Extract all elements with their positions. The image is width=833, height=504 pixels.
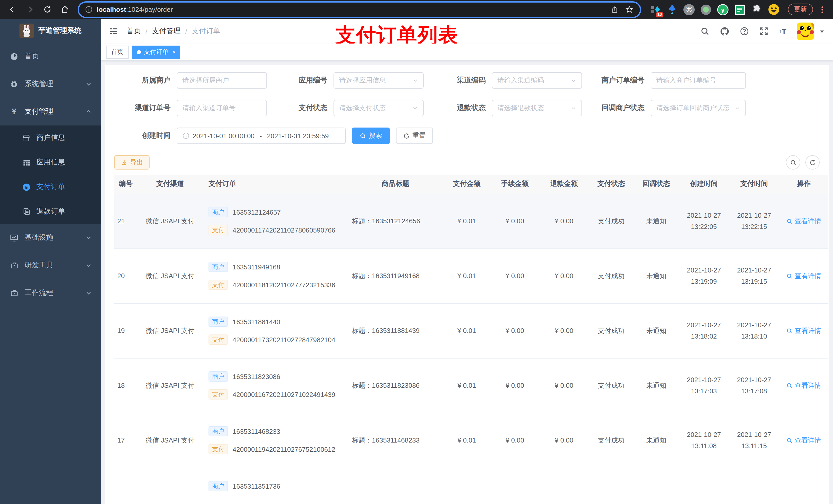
extension-kite-icon[interactable]: [666, 3, 678, 16]
extension-devtools-icon[interactable]: 10: [649, 3, 661, 16]
app-logo[interactable]: 芋道管理系统: [0, 19, 101, 43]
pay-amount: ¥ 0.01: [457, 436, 476, 444]
site-info-icon[interactable]: [85, 6, 93, 13]
tag-tab-pay-order[interactable]: 支付订单 ×: [132, 45, 181, 58]
sidebar-item-refund-order[interactable]: 退款订单: [0, 199, 101, 224]
url-text: localhost:1024/pay/order: [97, 6, 604, 13]
refresh-icon: [403, 133, 410, 139]
payment-submenu: 商户信息 应用信息 ¥ 支付订单: [0, 125, 101, 224]
refund-amount: ¥ 0.00: [555, 272, 573, 280]
notify-status: 未通知: [646, 381, 666, 389]
sidebar-item-dev-tools[interactable]: 研发工具: [0, 251, 101, 279]
github-icon[interactable]: [719, 26, 729, 36]
table-row: 20 微信 JSAPI 支付 商户 1635311949168 支付 42000…: [114, 248, 828, 303]
merchant-tag: 商户: [209, 371, 228, 382]
pay-time-cell: 2021-10-2713:19:15: [729, 248, 779, 303]
merchant-tag: 商户: [209, 262, 228, 272]
extensions-puzzle-icon[interactable]: [751, 3, 763, 16]
sidebar-item-pay-order[interactable]: ¥ 支付订单: [0, 175, 101, 199]
merchant-select[interactable]: 请选择所属商户: [177, 72, 267, 89]
pay-tag: 支付: [209, 444, 228, 454]
extension-badge: 10: [656, 12, 663, 17]
channel-order-no-input[interactable]: 请输入渠道订单号: [177, 100, 267, 116]
app-select[interactable]: 请选择应用信息: [334, 72, 424, 89]
sidebar-item-infrastructure[interactable]: 基础设施: [0, 224, 101, 251]
pay-channel: 微信 JSAPI 支付: [146, 381, 195, 389]
show-search-toggle-button[interactable]: [786, 155, 800, 170]
sidebar-item-app-info[interactable]: 应用信息: [0, 150, 101, 175]
user-avatar[interactable]: [796, 23, 814, 40]
pay-status-select[interactable]: 请选择支付状态: [334, 100, 424, 116]
briefcase-icon: [10, 289, 19, 297]
font-size-icon[interactable]: TT: [779, 27, 786, 35]
collapse-menu-icon[interactable]: [109, 27, 118, 36]
filter-label: 创建时间: [114, 131, 177, 140]
extension-command-icon[interactable]: ⌘: [683, 3, 695, 16]
fee-amount: ¥ 0.00: [506, 382, 524, 389]
view-detail-link[interactable]: 查看详情: [786, 326, 821, 335]
reset-button[interactable]: 重置: [396, 127, 433, 144]
bookmark-star-icon[interactable]: [625, 5, 634, 14]
extension-chat-icon[interactable]: [734, 3, 746, 16]
page-content: 所属商户 请选择所属商户 应用编号 请选择应用信息: [101, 61, 833, 504]
sidebar-item-workflow[interactable]: 工作流程: [0, 279, 101, 307]
column-header: 创建时间: [679, 175, 729, 194]
help-icon[interactable]: [739, 27, 749, 36]
profile-avatar-icon[interactable]: [767, 3, 780, 16]
search-button[interactable]: 搜索: [352, 127, 390, 144]
header-search-icon[interactable]: [700, 27, 709, 36]
sidebar-item-payment[interactable]: ¥ 支付管理: [0, 98, 101, 125]
browser-reload-icon[interactable]: [40, 2, 54, 17]
merchant-order-no-input[interactable]: 请输入商户订单编号: [651, 72, 746, 89]
create-time-cell: 2021-10-2713:18:02: [679, 303, 729, 358]
avatar-caret-icon[interactable]: [819, 28, 825, 34]
monitor-chart-icon: [10, 233, 19, 242]
export-button[interactable]: 导出: [114, 155, 149, 170]
fullscreen-icon[interactable]: [759, 27, 768, 36]
sidebar-item-system[interactable]: 系统管理: [0, 70, 101, 98]
browser-home-icon[interactable]: [57, 2, 72, 17]
tag-tab-home[interactable]: 首页: [106, 45, 128, 58]
pay-tag: 支付: [209, 334, 228, 345]
refund-status-select[interactable]: 请选择退款状态: [492, 100, 582, 116]
pay-amount: ¥ 0.01: [457, 327, 476, 334]
extension-status-icon[interactable]: [700, 3, 712, 16]
address-bar[interactable]: localhost:1024/pay/order: [79, 2, 640, 17]
browser-back-icon[interactable]: [5, 2, 20, 17]
table-row: 21 微信 JSAPI 支付 商户 1635312124657 支付 42000…: [114, 194, 828, 248]
browser-update-button[interactable]: 更新: [788, 4, 813, 15]
pay-status: 支付成功: [598, 327, 624, 334]
pay-order-table: 编号支付渠道支付订单商品标题支付金额手续金额退款金额支付状态回调状态创建时间支付…: [114, 175, 828, 504]
create-time-range-picker[interactable]: 2021-10-01 00:00:00 - 2021-10-31 23:59:5…: [177, 127, 346, 144]
browser-forward-icon[interactable]: [23, 2, 37, 17]
share-icon[interactable]: [611, 5, 619, 14]
close-tab-icon[interactable]: ×: [172, 49, 175, 55]
browser-menu-icon[interactable]: [818, 5, 826, 14]
sidebar: 芋道管理系统 首页 系统管理 ¥ 支付管理: [0, 19, 101, 504]
chevron-up-icon: [86, 109, 92, 115]
fee-amount: ¥ 0.00: [506, 436, 524, 444]
breadcrumb-home[interactable]: 首页: [126, 27, 141, 36]
content-card: 所属商户 请选择所属商户 应用编号 请选择应用信息: [105, 65, 829, 504]
breadcrumb-payment[interactable]: 支付管理: [152, 27, 181, 36]
table-toolbar: 导出: [114, 155, 820, 170]
pay-order-no: 4200001194202110276752100612: [233, 446, 335, 453]
extension-vue-icon[interactable]: y: [717, 3, 729, 16]
view-detail-link[interactable]: 查看详情: [786, 381, 821, 390]
notify-status-select[interactable]: 请选择订单回调商户状态: [651, 100, 746, 116]
order-id: 18: [117, 382, 125, 389]
pay-time-cell: [729, 467, 779, 504]
create-time-cell: 2021-10-2713:22:05: [679, 194, 729, 248]
refresh-table-button[interactable]: [805, 155, 820, 170]
sidebar-item-merchant-info[interactable]: 商户信息: [0, 125, 101, 150]
channel-code-select[interactable]: 请输入渠道编码: [492, 72, 582, 89]
pay-amount: ¥ 0.01: [457, 272, 476, 280]
refund-amount: ¥ 0.00: [555, 436, 573, 444]
sidebar-item-home[interactable]: 首页: [0, 43, 101, 70]
chevron-down-icon: [412, 78, 418, 83]
view-detail-link[interactable]: 查看详情: [786, 216, 821, 225]
notify-status: 未通知: [646, 217, 666, 224]
view-detail-link[interactable]: 查看详情: [786, 271, 821, 281]
view-detail-link[interactable]: 查看详情: [786, 436, 821, 445]
pay-tag: 支付: [209, 280, 228, 290]
